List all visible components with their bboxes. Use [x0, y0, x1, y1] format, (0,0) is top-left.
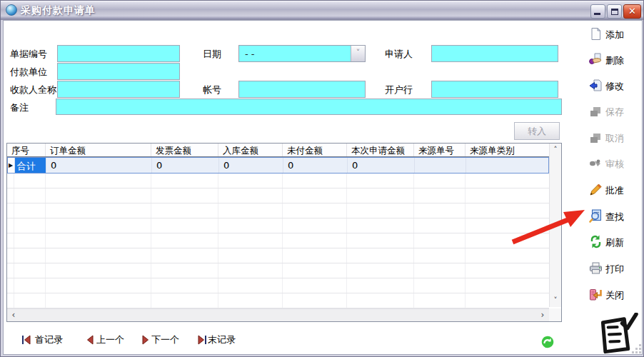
maximize-icon: [611, 9, 618, 15]
print-icon: [589, 261, 603, 275]
minimize-icon: [594, 13, 600, 15]
table-row[interactable]: [7, 248, 549, 263]
col-header-stockin[interactable]: 入库金额: [218, 144, 283, 156]
cancel-button: 取消: [588, 131, 642, 146]
nav-next-record[interactable]: 下一个: [151, 333, 179, 346]
col-header-invoice[interactable]: 发票金额: [151, 144, 218, 156]
refresh-button[interactable]: 刷新: [588, 235, 642, 251]
applicant-input[interactable]: [431, 45, 558, 62]
grid-header-row: 序号 订单金额 发票金额 入库金额 未付金额 本次申请金额 来源单号 来源单类别: [7, 144, 549, 157]
audit-icon: [589, 156, 603, 170]
date-label: 日期: [203, 48, 221, 61]
col-header-source-type[interactable]: 来源单类别: [466, 144, 549, 156]
modify-button[interactable]: 修改: [588, 79, 642, 94]
close-form-button[interactable]: 关闭: [588, 288, 642, 303]
total-cell-seq[interactable]: 合计: [15, 158, 46, 173]
maximize-button[interactable]: [607, 4, 622, 19]
total-cell-source-type[interactable]: [466, 158, 548, 173]
audit-button: 审核: [588, 156, 642, 172]
next-record-icon[interactable]: [140, 335, 151, 345]
scroll-right-icon[interactable]: ›: [537, 309, 548, 321]
close-door-icon: [589, 288, 603, 301]
col-header-order[interactable]: 订单金额: [46, 144, 151, 156]
total-cell-source-no[interactable]: [415, 158, 466, 173]
account-label: 帐号: [203, 84, 221, 96]
modify-page-icon: [589, 79, 603, 92]
first-record-icon[interactable]: [21, 335, 32, 345]
table-row[interactable]: [7, 188, 549, 203]
col-header-seq[interactable]: 序号: [7, 144, 46, 156]
nav-previous-record[interactable]: 上一个: [96, 333, 124, 346]
table-row[interactable]: [7, 278, 549, 293]
account-input[interactable]: [238, 81, 366, 98]
print-button[interactable]: 打印: [588, 261, 642, 277]
last-record-icon[interactable]: [196, 335, 207, 345]
save-icon: [589, 104, 603, 118]
scroll-left-icon[interactable]: ‹: [8, 309, 19, 321]
table-row[interactable]: [7, 293, 549, 308]
refresh-icon: [589, 235, 603, 248]
approve-pencil-icon: [589, 183, 603, 196]
transfer-in-button[interactable]: 转入: [514, 122, 560, 140]
row-indicator-icon: ▶: [8, 158, 15, 173]
total-cell-order[interactable]: 0: [46, 158, 152, 173]
table-row[interactable]: [7, 233, 549, 248]
table-row[interactable]: [7, 218, 549, 233]
delete-button[interactable]: 删除: [588, 53, 642, 69]
previous-record-icon[interactable]: [85, 335, 96, 345]
remark-input[interactable]: [56, 99, 562, 115]
add-page-icon: [589, 27, 603, 41]
table-row[interactable]: [7, 174, 549, 188]
bank-input[interactable]: [431, 81, 558, 98]
delete-hand-icon: [589, 53, 603, 66]
col-header-source-no[interactable]: 来源单号: [414, 144, 466, 156]
grid-empty-rows: [7, 174, 549, 308]
scroll-up-icon[interactable]: ˄: [550, 144, 561, 156]
approve-button[interactable]: 批准: [588, 183, 642, 198]
scroll-down-icon[interactable]: ˅: [550, 295, 561, 306]
detail-grid: 序号 订单金额 发票金额 入库金额 未付金额 本次申请金额 来源单号 来源单类别…: [6, 143, 562, 322]
window-title: 采购付款申请单: [21, 4, 96, 17]
table-row[interactable]: [7, 203, 549, 218]
status-ok-icon: [541, 336, 554, 348]
cancel-icon: [589, 131, 603, 144]
add-button[interactable]: 添加: [588, 27, 642, 43]
doc-no-label: 单据编号: [10, 48, 47, 61]
resize-grip[interactable]: [631, 343, 641, 353]
app-window: 采购付款申请单 ✕ 单据编号 日期 - - ˅ 申请人 付款单位 收款人全称 帐…: [0, 0, 644, 357]
payee-label: 收款人全称: [10, 84, 56, 96]
date-value: - -: [245, 49, 255, 59]
scrollbar-corner: [549, 308, 561, 321]
minimize-button[interactable]: [590, 4, 605, 19]
nav-first-record[interactable]: 首记录: [35, 333, 63, 346]
save-button: 保存: [588, 104, 642, 120]
total-cell-unpaid[interactable]: 0: [283, 158, 348, 173]
bank-label: 开户行: [385, 84, 413, 96]
chevron-down-icon[interactable]: ˅: [351, 46, 365, 61]
payee-input[interactable]: [57, 81, 180, 98]
table-row-total[interactable]: ▶ 合计 0 0 0 0 0: [7, 157, 549, 174]
find-button[interactable]: 查找: [588, 209, 642, 225]
col-header-apply[interactable]: 本次申请金额: [347, 144, 414, 156]
total-cell-invoice[interactable]: 0: [152, 158, 219, 173]
applicant-label: 申请人: [385, 48, 413, 61]
total-cell-stockin[interactable]: 0: [219, 158, 283, 173]
doc-no-input[interactable]: [57, 45, 180, 62]
app-globe-icon: [6, 4, 17, 16]
col-header-unpaid[interactable]: 未付金额: [283, 144, 347, 156]
payer-label: 付款单位: [10, 66, 47, 79]
vertical-scrollbar[interactable]: ˄ ˅: [549, 144, 561, 307]
table-row[interactable]: [7, 263, 549, 278]
total-cell-apply[interactable]: 0: [348, 158, 415, 173]
title-bar: 采购付款申请单 ✕: [1, 1, 643, 20]
date-dropdown[interactable]: - - ˅: [238, 45, 366, 62]
find-magnifier-icon: [589, 209, 603, 223]
nav-last-record[interactable]: 末记录: [208, 333, 236, 346]
close-button[interactable]: ✕: [623, 4, 641, 19]
remark-label: 备注: [10, 101, 29, 114]
payer-input[interactable]: [57, 63, 180, 80]
horizontal-scrollbar[interactable]: ‹ ›: [7, 308, 549, 321]
